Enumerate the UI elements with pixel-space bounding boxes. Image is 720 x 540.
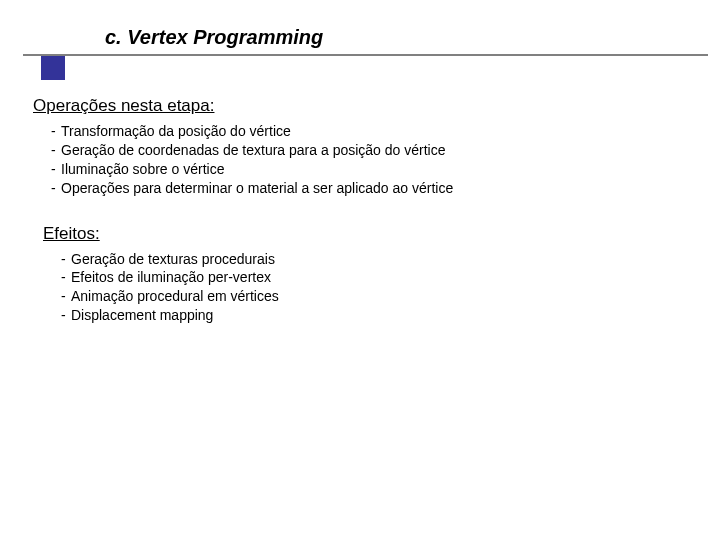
list-item-text: Displacement mapping (71, 307, 213, 323)
title-underline (23, 54, 708, 56)
list-item: -Displacement mapping (61, 306, 680, 325)
effects-list: -Geração de texturas procedurais -Efeito… (61, 250, 680, 326)
list-item: -Geração de coordenadas de textura para … (51, 141, 680, 160)
list-item-text: Efeitos de iluminação per-vertex (71, 269, 271, 285)
section-heading-operations: Operações nesta etapa: (33, 96, 680, 116)
title-square-decoration (41, 56, 65, 80)
list-item: -Transformação da posição do vértice (51, 122, 680, 141)
list-item: -Operações para determinar o material a … (51, 179, 680, 198)
slide-title: c. Vertex Programming (105, 26, 323, 49)
list-item-text: Iluminação sobre o vértice (61, 161, 224, 177)
list-item: -Geração de texturas procedurais (61, 250, 680, 269)
section-effects: Efeitos: -Geração de texturas procedurai… (43, 224, 680, 326)
list-item-text: Geração de coordenadas de textura para a… (61, 142, 445, 158)
list-item: -Animação procedural em vértices (61, 287, 680, 306)
operations-list: -Transformação da posição do vértice -Ge… (51, 122, 680, 198)
list-item-text: Animação procedural em vértices (71, 288, 279, 304)
slide-title-block: c. Vertex Programming (23, 26, 708, 64)
slide-content: Operações nesta etapa: -Transformação da… (33, 96, 680, 351)
list-item: -Iluminação sobre o vértice (51, 160, 680, 179)
list-item-text: Geração de texturas procedurais (71, 251, 275, 267)
list-item: -Efeitos de iluminação per-vertex (61, 268, 680, 287)
section-heading-effects: Efeitos: (43, 224, 680, 244)
section-operations: Operações nesta etapa: -Transformação da… (33, 96, 680, 198)
list-item-text: Operações para determinar o material a s… (61, 180, 453, 196)
list-item-text: Transformação da posição do vértice (61, 123, 291, 139)
